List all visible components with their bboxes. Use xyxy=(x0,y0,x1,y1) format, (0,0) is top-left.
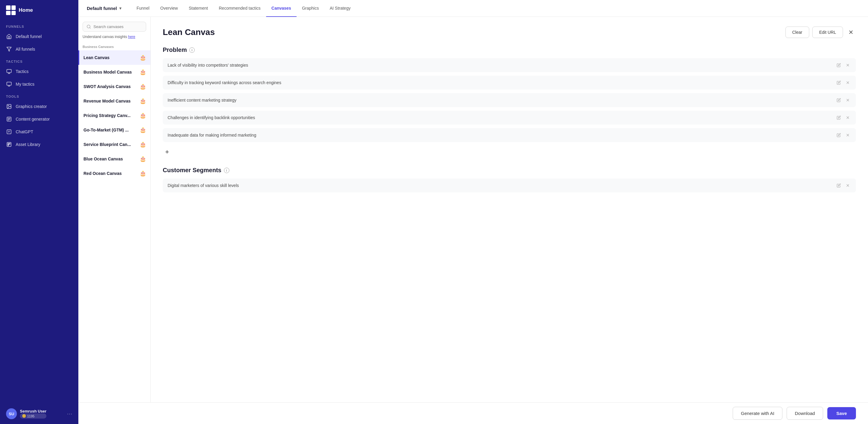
canvas-panel: Understand canvas insights here Business… xyxy=(79,17,151,424)
canvas-item-icon: 🎂 xyxy=(140,112,146,119)
sidebar-item-graphics-creator[interactable]: Graphics creator xyxy=(0,100,79,113)
funnels-section-label: FUNNELS xyxy=(0,21,79,30)
canvas-item-business-model[interactable]: Business Model Canvas 🎂 xyxy=(79,65,150,79)
add-problem-item-button[interactable]: + xyxy=(163,147,172,157)
canvas-item-icon: 🎂 xyxy=(140,127,146,133)
insight-text: Understand canvas insights here xyxy=(79,35,150,42)
canvas-item-revenue-model[interactable]: Revenue Model Canvas 🎂 xyxy=(79,94,150,108)
edit-url-button[interactable]: Edit URL xyxy=(812,27,843,38)
more-options-icon[interactable]: ⋯ xyxy=(67,411,72,417)
sidebar-item-all-funnels[interactable]: All funnels xyxy=(0,43,79,56)
tab-funnel[interactable]: Funnel xyxy=(131,0,155,17)
sidebar-item-asset-library[interactable]: Asset Library xyxy=(0,138,79,151)
funnel-title[interactable]: Default funnel ▾ xyxy=(87,6,121,11)
table-row: Inefficient content marketing strategy xyxy=(163,93,856,107)
insight-link[interactable]: here xyxy=(128,35,135,39)
coin-icon: 🟡 xyxy=(22,414,26,418)
tab-ai-strategy[interactable]: AI Strategy xyxy=(324,0,356,17)
edit-item-button[interactable] xyxy=(835,115,842,120)
canvas-item-icon: 🎂 xyxy=(140,141,146,148)
tab-recommended-tactics[interactable]: Recommended tactics xyxy=(213,0,266,17)
problem-item-text: Inefficient content marketing strategy xyxy=(167,98,832,102)
home-icon xyxy=(6,33,12,39)
download-button[interactable]: Download xyxy=(786,407,823,420)
problem-item-text: Lack of visibility into competitors' str… xyxy=(167,63,832,67)
edit-item-button[interactable] xyxy=(835,62,842,68)
customer-segment-text: Digital marketers of various skill level… xyxy=(167,183,832,188)
clear-button[interactable]: Clear xyxy=(785,27,809,38)
remove-item-button[interactable] xyxy=(844,62,851,68)
home-grid-icon xyxy=(6,5,16,15)
problem-section-title: Problem i xyxy=(163,47,856,53)
search-icon xyxy=(87,24,91,29)
my-tactics-icon xyxy=(6,81,12,87)
sidebar: Home FUNNELS Default funnel All funnels … xyxy=(0,0,79,424)
main-area: Default funnel ▾ Funnel Overview Stateme… xyxy=(79,0,868,424)
sidebar-item-label: Default funnel xyxy=(16,34,41,39)
canvas-detail-title: Lean Canvas xyxy=(163,27,215,37)
generate-ai-button[interactable]: Generate with AI xyxy=(733,407,782,420)
canvas-item-swot[interactable]: SWOT Analysis Canvas 🎂 xyxy=(79,79,150,94)
svg-rect-4 xyxy=(7,82,11,85)
problem-item-text: Challenges in identifying backlink oppor… xyxy=(167,115,832,120)
canvas-item-gtm[interactable]: Go-To-Market (GTM) ... 🎂 xyxy=(79,123,150,137)
canvas-item-label: Service Blueprint Can... xyxy=(84,142,131,147)
sidebar-item-label: Tactics xyxy=(16,69,29,74)
sidebar-item-label: ChatGPT xyxy=(16,129,33,134)
search-box xyxy=(79,17,150,35)
svg-rect-14 xyxy=(9,143,10,144)
sidebar-logo-text: Home xyxy=(19,7,33,13)
edit-item-button[interactable] xyxy=(835,97,842,103)
sidebar-logo[interactable]: Home xyxy=(0,0,79,21)
bottom-bar: Generate with AI Download Save xyxy=(79,402,868,424)
edit-item-button[interactable] xyxy=(835,183,842,188)
problem-info-icon[interactable]: i xyxy=(189,47,195,53)
remove-item-button[interactable] xyxy=(844,132,851,138)
remove-item-button[interactable] xyxy=(844,80,851,85)
edit-item-button[interactable] xyxy=(835,132,842,138)
tab-statement[interactable]: Statement xyxy=(183,0,213,17)
tab-overview[interactable]: Overview xyxy=(155,0,183,17)
topnav-tabs: Funnel Overview Statement Recommended ta… xyxy=(131,0,356,17)
remove-item-button[interactable] xyxy=(844,183,851,188)
sidebar-item-my-tactics[interactable]: My tactics xyxy=(0,78,79,90)
canvas-item-blue-ocean[interactable]: Blue Ocean Canvas 🎂 xyxy=(79,152,150,166)
user-name: Semrush User xyxy=(20,409,46,414)
search-input[interactable] xyxy=(93,24,142,29)
svg-rect-12 xyxy=(7,142,11,147)
svg-line-17 xyxy=(90,27,90,28)
canvas-item-icon: 🎂 xyxy=(140,156,146,162)
canvas-item-red-ocean[interactable]: Red Ocean Canvas 🎂 xyxy=(79,166,150,181)
canvas-item-lean-canvas[interactable]: Lean Canvas 🎂 xyxy=(79,50,150,65)
save-button[interactable]: Save xyxy=(827,407,856,420)
tactics-section-label: TACTICS xyxy=(0,56,79,65)
graphics-icon xyxy=(6,103,12,110)
edit-item-button[interactable] xyxy=(835,80,842,85)
problem-items-list: Lack of visibility into competitors' str… xyxy=(163,58,856,142)
sidebar-item-tactics[interactable]: Tactics xyxy=(0,65,79,78)
problem-item-text: Difficulty in tracking keyword rankings … xyxy=(167,80,832,85)
search-input-wrap xyxy=(83,22,146,32)
remove-item-button[interactable] xyxy=(844,97,851,103)
svg-rect-13 xyxy=(8,143,9,144)
content-icon xyxy=(6,116,12,122)
item-actions xyxy=(835,80,851,85)
canvas-item-pricing-strategy[interactable]: Pricing Strategy Canv... 🎂 xyxy=(79,108,150,123)
remove-item-button[interactable] xyxy=(844,115,851,120)
tab-graphics[interactable]: Graphics xyxy=(297,0,324,17)
sidebar-item-chatgpt[interactable]: ChatGPT xyxy=(0,125,79,138)
tab-canvases[interactable]: Canvases xyxy=(266,0,297,17)
item-actions xyxy=(835,183,851,188)
avatar-initials: SU xyxy=(9,412,14,416)
canvas-item-icon: 🎂 xyxy=(140,54,146,61)
sidebar-item-label: All funnels xyxy=(16,47,35,52)
customer-segments-info-icon[interactable]: i xyxy=(224,168,229,173)
table-row: Challenges in identifying backlink oppor… xyxy=(163,111,856,125)
svg-marker-0 xyxy=(7,47,11,51)
sidebar-item-default-funnel[interactable]: Default funnel xyxy=(0,30,79,43)
canvas-item-label: SWOT Analysis Canvas xyxy=(84,84,131,89)
close-button[interactable]: ✕ xyxy=(846,27,856,37)
canvas-item-service-blueprint[interactable]: Service Blueprint Can... 🎂 xyxy=(79,137,150,152)
sidebar-item-content-generator[interactable]: Content generator xyxy=(0,113,79,125)
canvas-item-label: Go-To-Market (GTM) ... xyxy=(84,127,129,132)
